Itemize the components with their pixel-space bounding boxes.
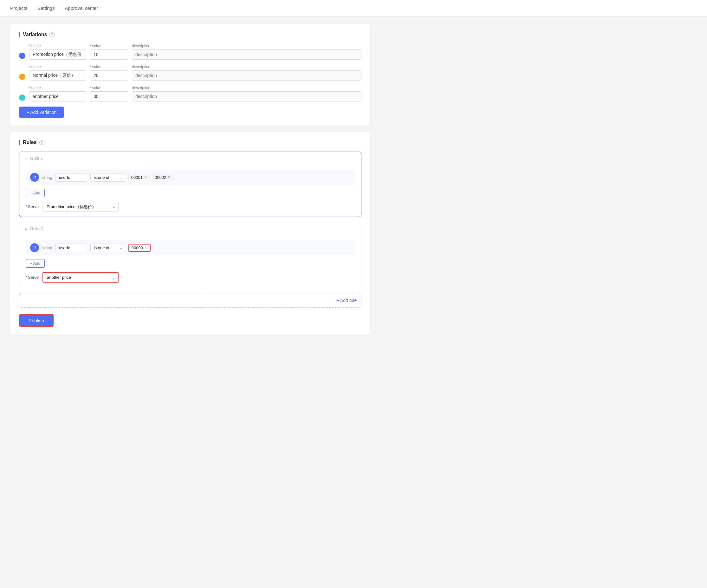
add-rule-area: + Add rule	[19, 293, 362, 307]
rule-1-if-row: If string is one of 00001 ✕	[26, 170, 355, 185]
rules-bar	[19, 139, 20, 145]
rule-1-if-field[interactable]	[56, 173, 87, 182]
top-nav: Projects Settings Approval center	[0, 0, 707, 17]
variations-title: Variations	[23, 32, 47, 37]
rule-2-if-type: string	[42, 246, 52, 250]
rule-2-serve-select-wrapper: Promotion price（优惠价） Normal price（原价） an…	[42, 272, 119, 283]
publish-label: Publish	[29, 318, 44, 323]
variation-fields-1: *name *value description	[29, 44, 362, 60]
variation-name-label-2: *name	[29, 65, 86, 69]
rule-1-tag-2-value: 00002	[155, 175, 166, 180]
rule-2-operator-select[interactable]: is one of	[90, 243, 125, 252]
rule-2-tag-1: 00003 ✕	[128, 244, 150, 252]
variation-name-label-1: *name	[29, 44, 86, 48]
variation-value-input-3[interactable]	[90, 91, 128, 101]
rule-1-if-type: string	[42, 175, 52, 180]
variation-color-dot-3	[19, 95, 25, 101]
variation-name-input-3[interactable]	[29, 91, 86, 101]
variation-value-group-3: *value	[90, 86, 128, 101]
variation-value-input-1[interactable]	[90, 50, 128, 60]
variation-desc-input-1[interactable]	[132, 50, 362, 60]
variation-desc-label-1: description	[132, 44, 362, 48]
variations-card: Variations ? *name *value	[10, 24, 370, 126]
add-variation-button[interactable]: + Add Variation	[19, 106, 64, 118]
add-rule-label: + Add rule	[337, 298, 357, 303]
rule-1-serve-select-wrapper: Promotion price（优惠价） Normal price（原价） an…	[42, 202, 119, 211]
rule-2-if-field[interactable]	[56, 243, 87, 252]
add-variation-label: + Add Variation	[27, 110, 57, 115]
rule-2-serve-row: *Serve Promotion price（优惠价） Normal price…	[26, 272, 355, 283]
rules-help-icon[interactable]: ?	[39, 140, 44, 145]
rule-1-add-condition-label: + Add	[30, 191, 41, 195]
variation-name-group-1: *name	[29, 44, 86, 60]
rule-1-tag-1-close[interactable]: ✕	[144, 175, 147, 179]
variation-desc-group-2: description	[132, 65, 362, 80]
rule-1-serve-label: *Serve	[26, 204, 39, 209]
rule-1-tag-1-value: 00001	[131, 175, 143, 180]
variation-desc-input-2[interactable]	[132, 70, 362, 80]
variation-desc-group-1: description	[132, 44, 362, 60]
rule-2-serve-label: *Serve	[26, 275, 39, 280]
variations-header: Variations ?	[19, 32, 362, 37]
variation-fields-2: *name *value description	[29, 65, 362, 80]
variation-row-3: *name *value description	[19, 86, 362, 101]
rule-1-tag-2-close[interactable]: ✕	[167, 175, 171, 179]
rule-2-add-condition-button[interactable]: + Add	[26, 259, 45, 268]
rule-2-body: If string is one of 00003 ✕	[19, 235, 361, 288]
variation-name-group-2: *name	[29, 65, 86, 80]
add-rule-button[interactable]: + Add rule	[337, 298, 357, 303]
rule-1-operator-select[interactable]: is one of	[90, 173, 125, 182]
variation-color-dot-2	[19, 73, 25, 80]
rule-2-operator-wrapper: is one of	[90, 243, 125, 252]
rule-1-tags-area: 00001 ✕ 00002 ✕	[128, 174, 173, 181]
rule-1-header[interactable]: ⌄ Rule 1	[19, 152, 361, 165]
variation-value-label-3: *value	[90, 86, 128, 90]
rules-header: Rules ?	[19, 139, 362, 145]
rule-1-add-condition-button[interactable]: + Add	[26, 189, 45, 197]
rule-1-if-badge: If	[30, 173, 39, 182]
rule-2-tags-area: 00003 ✕	[128, 244, 150, 252]
nav-projects[interactable]: Projects	[10, 4, 27, 12]
variation-value-label-2: *value	[90, 65, 128, 69]
variation-desc-label-2: description	[132, 65, 362, 69]
rule-2-card: ⌄ Rule 2 If string is one of 00003	[19, 222, 362, 288]
rule-2-if-badge: If	[30, 243, 39, 252]
rule-2-chevron-icon: ⌄	[25, 226, 28, 231]
rule-2-tag-1-close[interactable]: ✕	[144, 246, 147, 250]
rule-2-label: Rule 2	[30, 226, 43, 231]
rule-2-if-row: If string is one of 00003 ✕	[26, 240, 355, 255]
variation-desc-label-3: description	[132, 86, 362, 90]
publish-button[interactable]: Publish	[19, 314, 54, 327]
variations-bar	[19, 32, 20, 37]
main-content: Variations ? *name *value	[0, 17, 380, 349]
variation-value-group-2: *value	[90, 65, 128, 80]
variation-name-input-2[interactable]	[29, 70, 86, 80]
rule-2-serve-select[interactable]: Promotion price（优惠价） Normal price（原价） an…	[42, 272, 119, 283]
variation-desc-group-3: description	[132, 86, 362, 101]
rule-1-tag-2: 00002 ✕	[152, 174, 173, 181]
rule-2-header[interactable]: ⌄ Rule 2	[19, 222, 361, 235]
rule-1-label: Rule 1	[30, 156, 43, 161]
variation-row-1: *name *value description	[19, 44, 362, 60]
nav-settings[interactable]: Settings	[37, 4, 55, 12]
variation-color-dot-1	[19, 53, 25, 59]
variation-name-label-3: *name	[29, 86, 86, 90]
rule-1-serve-row: *Serve Promotion price（优惠价） Normal price…	[26, 202, 355, 211]
rule-1-body: If string is one of 00001 ✕	[19, 165, 361, 217]
variation-name-input-1[interactable]	[29, 50, 86, 60]
variations-help-icon[interactable]: ?	[49, 32, 55, 37]
rule-2-tag-1-value: 00003	[132, 246, 143, 250]
rules-card: Rules ? ⌄ Rule 1 If string is one of	[10, 132, 370, 335]
rule-1-chevron-icon: ⌄	[25, 156, 28, 161]
rule-1-operator-wrapper: is one of	[90, 173, 125, 182]
rule-1-card: ⌄ Rule 1 If string is one of 00001	[19, 152, 362, 217]
rule-2-add-condition-label: + Add	[30, 261, 41, 266]
rule-1-serve-select[interactable]: Promotion price（优惠价） Normal price（原价） an…	[42, 202, 119, 211]
variation-value-input-2[interactable]	[90, 70, 128, 80]
rules-title: Rules	[23, 139, 37, 145]
rule-1-tag-1: 00001 ✕	[128, 174, 150, 181]
variation-desc-input-3[interactable]	[132, 91, 362, 101]
variation-name-group-3: *name	[29, 86, 86, 101]
variation-value-group-1: *value	[90, 44, 128, 60]
nav-approval-center[interactable]: Approval center	[65, 4, 98, 12]
